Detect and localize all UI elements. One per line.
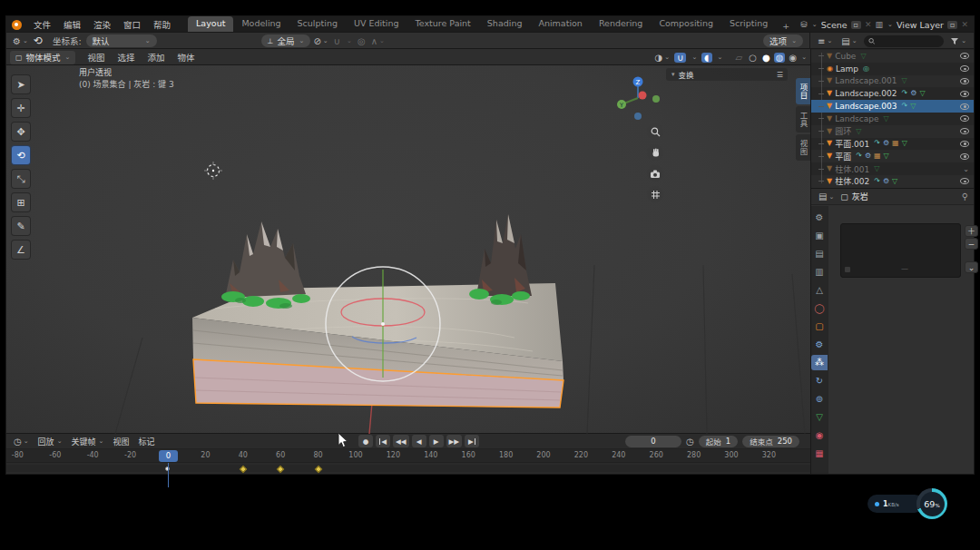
slot-specials-dropdown[interactable]: ⌄ xyxy=(965,261,978,273)
eye-icon[interactable] xyxy=(960,103,969,110)
eye-icon[interactable] xyxy=(960,128,969,134)
workspace-tab-compositing[interactable]: Compositing xyxy=(651,16,721,33)
shading-wireframe-button[interactable]: ○ xyxy=(747,53,759,63)
menu-窗口[interactable]: 窗口 xyxy=(117,18,147,31)
object-visibility-dropdown[interactable]: ◑⌄ xyxy=(652,53,673,63)
scale-tool-button[interactable]: ⤡ xyxy=(11,169,31,189)
axis-y-neg-handle[interactable] xyxy=(652,95,660,103)
eye-icon[interactable] xyxy=(960,91,969,97)
measure-tool-button[interactable]: ∠ xyxy=(11,240,31,260)
properties-tab-scene[interactable]: △ xyxy=(811,282,828,298)
workspace-tab-sculpting[interactable]: Sculpting xyxy=(289,16,346,33)
new-scene-button[interactable]: ▫ xyxy=(851,21,861,29)
outliner-row-Landscape.003[interactable]: ▼Landscape.003↷▽ xyxy=(810,100,974,113)
gizmo-toggle[interactable]: ◖ xyxy=(701,53,711,63)
menu-文件[interactable]: 文件 xyxy=(27,18,57,31)
chevron-down-icon[interactable]: ⌄ xyxy=(963,165,969,173)
falloff-dropdown[interactable]: ∧⌄ xyxy=(368,36,387,46)
jump-to-start-button[interactable]: ◀ xyxy=(376,435,390,447)
add-slot-button[interactable]: ＋ xyxy=(965,225,978,237)
auto-key-toggle[interactable]: ● xyxy=(358,435,373,447)
snap-settings-dropdown[interactable]: ⌄ xyxy=(343,37,355,44)
end-frame-field[interactable]: 结束点 250 xyxy=(742,436,799,447)
timeline-editor-type-button[interactable]: ◷⌄ xyxy=(11,437,32,447)
shading-material-button[interactable]: ◍ xyxy=(774,53,786,63)
properties-tab-object-data[interactable]: ▽ xyxy=(811,409,828,425)
outliner-search-input[interactable] xyxy=(864,35,945,47)
remove-slot-button[interactable]: − xyxy=(965,238,978,250)
annotate-tool-button[interactable]: ✎ xyxy=(11,216,31,236)
gizmo-dropdown[interactable]: ⌄ xyxy=(714,54,726,61)
outliner-row-Cube[interactable]: ▼Cube▽ xyxy=(810,50,974,63)
workspace-tab-uv-editing[interactable]: UV Editing xyxy=(346,16,407,33)
properties-tab-constraints[interactable]: ⊚ xyxy=(811,391,828,407)
viewport-3d[interactable]: 用户透视 (0) 场景集合 | 灰岩 : 键 3 ➤✛✥⟲⤡⊞✎∠ ▾ 变换 ☰… xyxy=(6,65,810,434)
menu-帮助[interactable]: 帮助 xyxy=(147,18,177,31)
cursor-tool-button[interactable]: ✛ xyxy=(11,98,31,118)
properties-tab-physics[interactable]: ↻ xyxy=(811,373,828,388)
properties-tab-texture[interactable]: ▦ xyxy=(811,446,828,461)
properties-tab-modifiers[interactable]: ⚙ xyxy=(811,337,828,352)
menu-渲染[interactable]: 渲染 xyxy=(87,18,117,31)
menu-视图[interactable]: 视图 xyxy=(81,51,111,64)
zoom-button[interactable] xyxy=(647,123,663,140)
menu-添加[interactable]: 添加 xyxy=(141,51,171,64)
proportional-edit-toggle[interactable]: ◎ xyxy=(355,36,368,46)
select-tool-button[interactable]: ➤ xyxy=(11,74,31,94)
editor-type-button[interactable]: ⚙⌄ xyxy=(10,36,31,46)
timeline-menu-回放[interactable]: 回放⌄ xyxy=(34,436,67,447)
sidebar-tab-工具[interactable]: 工具 xyxy=(796,106,810,133)
options-dropdown[interactable]: 选项 ⌄ xyxy=(763,34,803,47)
sidebar-tab-视图[interactable]: 视图 xyxy=(796,134,810,161)
properties-tab-tool[interactable]: ⚙ xyxy=(811,210,828,225)
rotate-tool-button[interactable]: ⟲ xyxy=(11,145,31,165)
orientation-dropdown[interactable]: 默认 ⌄ xyxy=(86,34,157,47)
search-field[interactable] xyxy=(877,36,939,45)
playhead-line[interactable] xyxy=(168,463,170,487)
blender-logo-icon[interactable] xyxy=(12,20,22,30)
snap-viewport-toggle[interactable]: ∪ xyxy=(674,53,686,63)
workspace-tab-rendering[interactable]: Rendering xyxy=(591,16,652,33)
properties-tab-object[interactable]: ▢ xyxy=(811,319,828,334)
use-preview-range-toggle[interactable]: ◷ xyxy=(686,437,694,447)
remove-view-layer-icon[interactable]: ✕ xyxy=(961,20,968,29)
scene-selector[interactable]: ⛁ ⌄ Scene ▫ ✕ xyxy=(800,20,871,30)
redo-panel[interactable]: ▾ 变换 ☰ xyxy=(666,68,788,81)
eye-icon[interactable] xyxy=(960,178,969,184)
active-rotate-tool-icon[interactable]: ⟲ xyxy=(31,34,45,47)
properties-tab-particles[interactable]: ⁂ xyxy=(811,355,828,370)
outliner-row-Landscape.001[interactable]: ▼Landscape.001▽ xyxy=(810,75,974,88)
properties-tab-render[interactable]: ▣ xyxy=(811,228,828,243)
timeline-menu-标记[interactable]: 标记 xyxy=(133,436,159,447)
timeline-tracks[interactable] xyxy=(6,463,810,474)
outliner-row-Landscape.002[interactable]: ▼Landscape.002↷⚙▽ xyxy=(810,87,974,100)
outliner-filter-funnel[interactable]: ⌄ xyxy=(947,37,969,45)
eye-icon[interactable] xyxy=(960,65,969,72)
eye-icon[interactable] xyxy=(960,141,969,147)
sidebar-tab-项目[interactable]: 项目 xyxy=(796,78,810,104)
xray-toggle[interactable]: ▱ xyxy=(732,53,745,63)
playhead[interactable]: 0 xyxy=(159,450,178,462)
properties-editor-type-button[interactable]: ▤⌄ xyxy=(816,192,837,201)
properties-tab-world[interactable]: ◯ xyxy=(811,300,828,316)
eye-icon[interactable] xyxy=(960,78,969,84)
shading-rendered-button[interactable]: ◉ xyxy=(787,53,799,63)
outliner-row-圆环[interactable]: ▼圆环▽ xyxy=(810,125,974,138)
outliner-display-mode-dropdown[interactable]: ≡⌄ xyxy=(815,36,835,46)
outliner-row-平面[interactable]: ▼平面↷⚙▦▽ xyxy=(810,150,974,162)
play-button[interactable]: ▶ xyxy=(429,435,444,447)
current-frame-field[interactable]: 0 xyxy=(625,436,681,447)
properties-tab-view-layer[interactable]: ▥ xyxy=(811,264,828,280)
outliner-row-Landscape[interactable]: ▼Landscape▽ xyxy=(810,113,974,125)
outliner-row-Lamp[interactable]: ◉Lamp◎ xyxy=(810,63,974,75)
workspace-tab-texture-paint[interactable]: Texture Paint xyxy=(407,16,479,33)
start-frame-field[interactable]: 起始 1 xyxy=(699,436,738,447)
timeline-menu-视图[interactable]: 视图 xyxy=(108,436,133,447)
outliner-row-平面.001[interactable]: ▼平面.001↷⚙▦▽ xyxy=(810,138,974,151)
outliner-filter-dropdown[interactable]: ▤⌄ xyxy=(838,36,859,46)
new-view-layer-button[interactable]: ▫ xyxy=(947,21,957,29)
eye-icon[interactable] xyxy=(960,153,969,160)
workspace-tab-animation[interactable]: Animation xyxy=(530,16,590,33)
transform-orientation-dropdown[interactable]: ⊥ 全局 ⌄ xyxy=(261,34,311,47)
workspace-tab-scripting[interactable]: Scripting xyxy=(721,16,776,33)
